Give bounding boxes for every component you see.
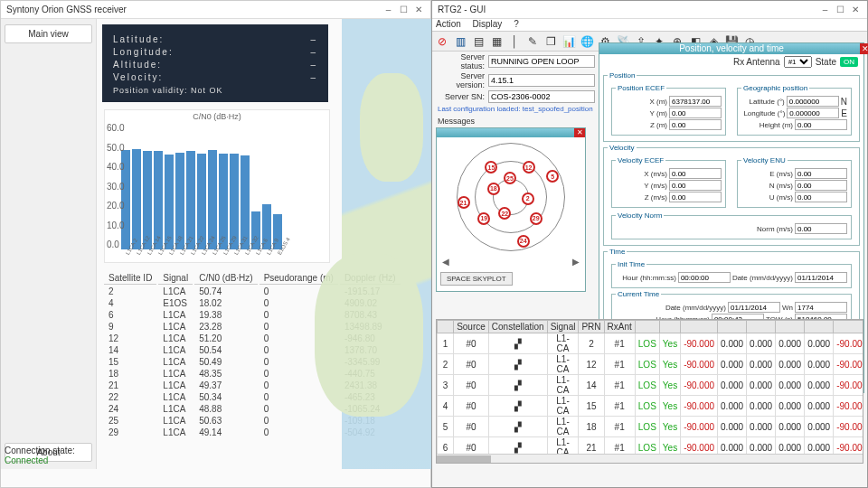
globe-icon[interactable]: 🌐 [579, 33, 595, 50]
server-status-label: Server status: [436, 52, 488, 70]
vz-field[interactable] [669, 192, 722, 202]
table-row[interactable]: 4#0▞L1-CA15#1LOSYes-90.0000.0000.0000.00… [438, 396, 864, 417]
vnorm-legend: Velocity Norm [616, 211, 664, 220]
skyplot-sat[interactable]: 21 [458, 196, 470, 209]
vecef-legend: Velocity ECEF [616, 156, 665, 164]
bar [208, 150, 217, 249]
minimize-icon[interactable]: – [818, 5, 831, 14]
window-controls-left: – ☐ ✕ [382, 5, 425, 14]
geo-group: Geographic position Latitude (°)N Longit… [737, 84, 852, 136]
table-row[interactable]: 3#0▞L1-CA14#1LOSYes-90.0000.0000.0000.00… [438, 375, 864, 396]
lat-field[interactable] [787, 96, 839, 107]
lat-label: Latitude (°) [750, 98, 785, 106]
minimize-icon[interactable]: – [382, 5, 394, 14]
vnorm-group: Velocity Norm Norm (m/s) [611, 211, 852, 239]
skyplot-nav: ◀ ▶ [437, 257, 585, 270]
menu-action[interactable]: Action [436, 19, 461, 29]
main-view-button[interactable]: Main view [5, 24, 92, 43]
table-row[interactable]: 1#0▞L1-CA2#1LOSYes-90.0000.0000.0000.000… [438, 333, 864, 354]
norm-label: Norm (m/s) [757, 225, 793, 233]
titlebar-left: Syntony Orion GNSS receiver – ☐ ✕ [1, 1, 430, 19]
server-version-label: Server version: [436, 71, 488, 89]
init-time-legend: Init Time [616, 260, 646, 268]
pvt-close-icon[interactable]: ✕ [860, 43, 868, 54]
scrollbar-thumb[interactable] [437, 455, 491, 463]
init-hour-field[interactable] [678, 272, 731, 283]
body-right: Server status: Server version: Server SN… [436, 52, 863, 485]
skyplot-sat[interactable]: 25 [504, 172, 516, 184]
skyplot-header[interactable]: ✕ [437, 128, 585, 137]
antenna-label: Rx Antenna [733, 57, 780, 67]
map-view[interactable] [342, 19, 432, 469]
table-row[interactable]: 5#0▞L1-CA18#1LOSYes-90.0000.0000.0000.00… [438, 417, 864, 437]
next-icon[interactable]: ▶ [572, 257, 580, 267]
skyplot-sat[interactable]: 18 [487, 183, 500, 195]
chart-icon[interactable]: 📊 [561, 33, 577, 50]
position-legend: Position [608, 71, 637, 80]
close-icon[interactable]: ✕ [849, 5, 862, 14]
chart-title: C/N0 (dB·Hz) [105, 110, 329, 123]
menu-display[interactable]: Display [473, 19, 503, 29]
prev-icon[interactable]: ◀ [442, 257, 449, 267]
hgt-label: Height (m) [760, 121, 793, 129]
vecef-group: Velocity ECEF X (m/s) Y (m/s) Z (m/s) [611, 156, 726, 208]
skyplot-sat[interactable]: 12 [523, 161, 535, 174]
edit-icon[interactable]: ✎ [524, 33, 541, 50]
chart-area: 60.050.040.030.020.010.00.0 [121, 123, 326, 249]
x-label: X (m) [649, 98, 667, 106]
pane2-icon[interactable]: ▤ [470, 33, 486, 50]
vu-field[interactable] [795, 192, 847, 202]
table-row[interactable]: 2#0▞L1-CA12#1LOSYes-90.0000.0000.0000.00… [438, 354, 864, 375]
lon-field[interactable] [787, 108, 839, 118]
pane3-icon[interactable]: ▦ [488, 33, 505, 50]
vx-field[interactable] [669, 168, 722, 179]
close-icon[interactable]: ✕ [412, 5, 425, 14]
signals-grid[interactable]: SourceConstellationSignalPRNRxAnt1#0▞L1-… [436, 319, 863, 464]
menubar: Action Display ? [432, 19, 867, 32]
wn-field[interactable] [795, 302, 847, 313]
velocity-group: Velocity Velocity ECEF X (m/s) Y (m/s) Z… [603, 144, 860, 246]
z-field[interactable] [669, 119, 722, 130]
z-label: Z (m) [650, 121, 667, 129]
position-group: Position Position ECEF X (m) Y (m) Z (m)… [603, 71, 860, 142]
maximize-icon[interactable]: ☐ [397, 5, 410, 14]
skyplot-sat[interactable]: 24 [517, 235, 530, 248]
menu-help[interactable]: ? [514, 19, 519, 29]
sidebar-left: Main view About Connection state: Connec… [1, 19, 97, 469]
server-sn-field [488, 90, 595, 103]
bar [154, 151, 163, 249]
window-icon[interactable]: ❐ [542, 33, 559, 50]
vn-field[interactable] [795, 180, 847, 191]
cn0-chart: C/N0 (dB·Hz) 60.050.040.030.020.010.00.0… [104, 109, 330, 263]
cur-date-field[interactable] [728, 302, 780, 313]
connection-state-value: Connected [5, 455, 75, 465]
app-title-left: Syntony Orion GNSS receiver [6, 5, 127, 14]
skyplot-sat[interactable]: 2 [522, 192, 534, 205]
x-field[interactable] [669, 96, 722, 107]
venu-group: Velocity ENU E (m/s) N (m/s) U (m/s) [737, 156, 852, 208]
ve-field[interactable] [795, 168, 847, 179]
stop-icon[interactable]: ⊘ [434, 33, 450, 50]
pane1-icon[interactable]: ▥ [452, 33, 468, 50]
horizontal-scrollbar[interactable] [437, 454, 863, 463]
skyplot: 25125229242219211815 [457, 143, 565, 251]
antenna-select[interactable]: #1 [784, 56, 812, 68]
skyplot-sat[interactable]: 29 [530, 212, 542, 225]
vy-field[interactable] [669, 180, 722, 191]
hgt-field[interactable] [795, 119, 847, 130]
x-axis-labels: L1CA 2L1CA 12L1CA 14L1CA 15L1CA 18L1CA 2… [125, 253, 329, 258]
space-skyplot-button[interactable]: SPACE SKYPLOT [440, 272, 513, 286]
venu-legend: Velocity ENU [741, 156, 788, 164]
last-config-link[interactable]: Last configuration loaded: test_spoofed_… [438, 105, 595, 113]
maximize-icon[interactable]: ☐ [834, 5, 846, 14]
init-date-field[interactable] [795, 272, 847, 283]
norm-field[interactable] [795, 223, 847, 234]
lat-suffix: N [841, 97, 847, 107]
y-field[interactable] [669, 108, 722, 118]
pvt-panel-header[interactable]: Position, velocity and time ✕ [599, 43, 863, 54]
state-badge[interactable]: ON [840, 57, 858, 67]
server-status-field [488, 55, 595, 68]
vn-label: N (m/s) [769, 182, 793, 190]
skyplot-close-icon[interactable]: ✕ [574, 128, 585, 137]
lon-suffix: E [841, 108, 847, 118]
